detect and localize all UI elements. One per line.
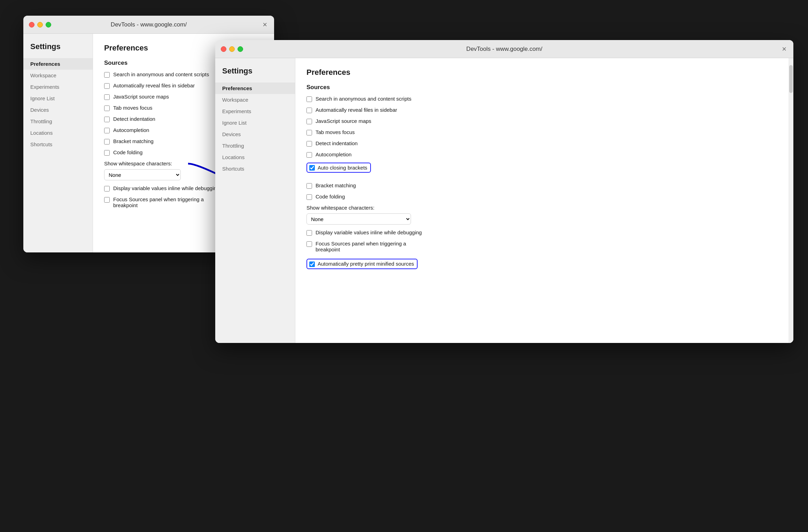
maximize-button-2[interactable] (238, 46, 243, 52)
window-title-1: DevTools - www.google.com/ (111, 21, 187, 28)
checkbox-bracket-input-2[interactable] (306, 183, 312, 189)
checkbox-inline-2: Display variable values inline while deb… (306, 229, 784, 236)
close-button-2[interactable] (221, 46, 226, 52)
maximize-button-1[interactable] (46, 22, 51, 28)
sources-title-2: Sources (306, 84, 784, 91)
checkbox-codefolding-label-2: Code folding (316, 194, 345, 200)
minimize-button-2[interactable] (229, 46, 235, 52)
close-button-1[interactable] (29, 22, 34, 28)
sidebar-2: Settings Preferences Workspace Experimen… (215, 58, 295, 343)
sidebar-item-workspace-2[interactable]: Workspace (215, 94, 295, 105)
checkbox-inline-input-1[interactable] (104, 186, 110, 191)
window-2: DevTools - www.google.com/ × Settings Pr… (215, 40, 793, 343)
auto-pretty-print-row: Automatically pretty print minified sour… (306, 257, 784, 269)
checkbox-tabfocus-2: Tab moves focus (306, 129, 784, 135)
main-content-2: Preferences Sources Search in anonymous … (295, 58, 793, 343)
checkbox-tabfocus-input-1[interactable] (104, 105, 110, 111)
checkbox-sourcemaps-label-2: JavaScript source maps (316, 118, 371, 124)
checkbox-sourcemaps-label-1: JavaScript source maps (113, 94, 169, 100)
checkbox-tabfocus-label-2: Tab moves focus (316, 129, 355, 135)
traffic-lights-2 (221, 46, 243, 52)
checkbox-focus-input-1[interactable] (104, 197, 110, 203)
auto-closing-brackets-highlight: Auto closing brackets (306, 163, 371, 173)
checkbox-autocomplete-label-2: Autocompletion (316, 151, 351, 157)
section-title-2: Preferences (306, 68, 784, 77)
checkbox-focus-label-2: Focus Sources panel when triggering abre… (316, 241, 406, 252)
sidebar-heading-2: Settings (215, 66, 295, 83)
settings-close-2[interactable]: × (782, 45, 786, 53)
checkbox-sourcemaps-input-2[interactable] (306, 119, 312, 124)
sidebar-item-throttling-2[interactable]: Throttling (215, 140, 295, 151)
checkbox-reveal-input-2[interactable] (306, 108, 312, 113)
whitespace-select-2[interactable]: None All Trailing (306, 213, 411, 225)
checkbox-inline-input-2[interactable] (306, 230, 312, 236)
sidebar-item-preferences-1[interactable]: Preferences (23, 58, 93, 70)
sidebar-item-devices-2[interactable]: Devices (215, 128, 295, 140)
auto-closing-brackets-checkbox[interactable] (309, 165, 315, 171)
checkbox-bracket-input-1[interactable] (104, 139, 110, 144)
whitespace-label-2: Show whitespace characters: (306, 205, 784, 211)
checkbox-focus-2: Focus Sources panel when triggering abre… (306, 241, 784, 252)
checkbox-reveal-input-1[interactable] (104, 83, 110, 89)
auto-pretty-print-checkbox[interactable] (309, 261, 315, 267)
checkbox-focus-label-1: Focus Sources panel when triggering abre… (113, 196, 204, 208)
window-title-2: DevTools - www.google.com/ (466, 46, 542, 53)
checkbox-codefolding-2: Code folding (306, 194, 784, 200)
sidebar-item-preferences-2[interactable]: Preferences (215, 83, 295, 94)
sidebar-item-locations-1[interactable]: Locations (23, 127, 93, 139)
settings-body-2: Settings Preferences Workspace Experimen… (215, 58, 793, 343)
checkbox-bracket-label-2: Bracket matching (316, 182, 356, 188)
checkbox-tabfocus-input-2[interactable] (306, 130, 312, 135)
checkbox-detect-2: Detect indentation (306, 140, 784, 147)
checkbox-inline-label-2: Display variable values inline while deb… (316, 229, 422, 235)
whitespace-select-1[interactable]: None All Trailing (104, 169, 181, 180)
minimize-button-1[interactable] (37, 22, 43, 28)
checkbox-reveal-label-1: Automatically reveal files in sidebar (113, 83, 195, 88)
checkbox-sourcemaps-2: JavaScript source maps (306, 118, 784, 124)
sidebar-item-workspace-1[interactable]: Workspace (23, 70, 93, 81)
sidebar-item-ignore-list-2[interactable]: Ignore List (215, 117, 295, 128)
auto-pretty-print-label: Automatically pretty print minified sour… (318, 261, 414, 267)
sidebar-item-locations-2[interactable]: Locations (215, 151, 295, 163)
scrollbar-thumb[interactable] (789, 65, 793, 93)
checkbox-detect-label-2: Detect indentation (316, 140, 358, 146)
checkbox-autocomplete-input-1[interactable] (104, 128, 110, 133)
sidebar-item-ignore-list-1[interactable]: Ignore List (23, 93, 93, 104)
traffic-lights-1 (29, 22, 51, 28)
checkbox-anon-input-2[interactable] (306, 96, 312, 102)
whitespace-dropdown-row-2: None All Trailing (306, 213, 784, 225)
checkbox-bracket-label-1: Bracket matching (113, 138, 154, 144)
checkbox-codefolding-input-2[interactable] (306, 194, 312, 200)
checkbox-tabfocus-label-1: Tab moves focus (113, 105, 153, 111)
sidebar-item-devices-1[interactable]: Devices (23, 104, 93, 116)
checkbox-focus-input-2[interactable] (306, 241, 312, 247)
settings-close-1[interactable]: × (263, 21, 267, 29)
checkbox-anon-input-1[interactable] (104, 72, 110, 78)
checkbox-bracket-2: Bracket matching (306, 182, 784, 189)
checkbox-reveal-2: Automatically reveal files in sidebar (306, 107, 784, 113)
sidebar-1: Settings Preferences Workspace Experimen… (23, 34, 93, 252)
titlebar-1: DevTools - www.google.com/ × (23, 16, 274, 34)
checkbox-inline-label-1: Display variable values inline while deb… (113, 185, 219, 191)
checkbox-autocomplete-label-1: Autocompletion (113, 127, 149, 133)
sidebar-item-shortcuts-2[interactable]: Shortcuts (215, 163, 295, 174)
checkbox-detect-input-1[interactable] (104, 117, 110, 122)
scrollbar[interactable] (788, 58, 793, 343)
checkbox-codefolding-input-1[interactable] (104, 150, 110, 156)
titlebar-2: DevTools - www.google.com/ × (215, 40, 793, 58)
sidebar-heading-1: Settings (23, 42, 93, 58)
checkbox-anon-label-2: Search in anonymous and content scripts (316, 96, 411, 102)
checkbox-sourcemaps-input-1[interactable] (104, 94, 110, 100)
checkbox-autocomplete-2: Autocompletion (306, 151, 784, 158)
auto-closing-brackets-row: Auto closing brackets (306, 163, 784, 178)
sidebar-item-throttling-1[interactable]: Throttling (23, 116, 93, 127)
sidebar-item-experiments-1[interactable]: Experiments (23, 81, 93, 93)
sidebar-item-experiments-2[interactable]: Experiments (215, 105, 295, 117)
sidebar-item-shortcuts-1[interactable]: Shortcuts (23, 139, 93, 150)
checkbox-detect-input-2[interactable] (306, 141, 312, 147)
checkbox-anon-label-1: Search in anonymous and content scripts (113, 71, 209, 77)
checkbox-anon-2: Search in anonymous and content scripts (306, 96, 784, 102)
checkbox-autocomplete-input-2[interactable] (306, 152, 312, 158)
checkbox-codefolding-label-1: Code folding (113, 149, 142, 155)
auto-closing-brackets-label: Auto closing brackets (318, 165, 367, 171)
